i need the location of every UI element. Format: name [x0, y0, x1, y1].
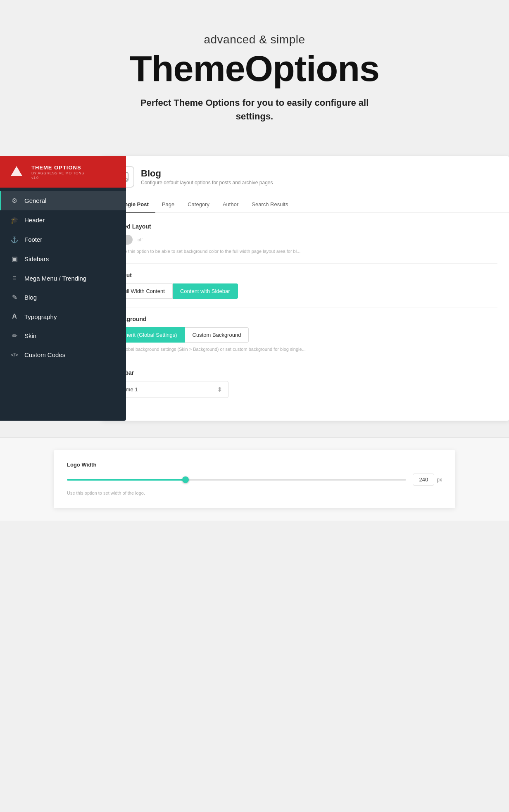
blog-body: Boxed Layout off Enable this option to b… [101, 213, 509, 421]
general-icon: ⚙ [10, 197, 19, 205]
content-with-sidebar-button[interactable]: Content with Sidebar [173, 283, 238, 299]
boxed-layout-label: Boxed Layout [113, 223, 497, 230]
sidebar-nav: ⚙ General 🎓 Header ⚓ Footer ▣ Sidebars ≡ [0, 188, 126, 367]
sidebar-item-footer[interactable]: ⚓ Footer [0, 230, 126, 249]
blog-panel-title: Blog [141, 168, 273, 179]
background-buttons: Inherit (Global Settings) Custom Backgro… [113, 327, 497, 343]
slider-fill [67, 479, 186, 481]
ui-wrapper: THEME OPTIONS BY AGGRESSIVE MOTIONS v1.0… [0, 156, 509, 579]
chevron-down-icon: ⬍ [217, 386, 222, 393]
blog-panel-description: Configure default layout options for pos… [141, 180, 273, 186]
sidebar-dropdown[interactable]: Home 1 ⬍ [113, 381, 228, 398]
hero-description: Perfect Theme Options for you to easily … [139, 96, 370, 123]
logo-icon [7, 163, 26, 181]
layout-buttons: Full Width Content Content with Sidebar [113, 283, 497, 299]
background-hint: Use global background settings (Skin > B… [113, 346, 497, 353]
boxed-layout-hint: Enable this option to be able to set bac… [113, 248, 497, 255]
sidebar-item-typography-label: Typography [24, 313, 57, 320]
tab-search-results[interactable]: Search Results [245, 196, 295, 213]
divider-2 [113, 307, 497, 307]
sidebar-item-general-label: General [24, 197, 46, 204]
custom-background-button[interactable]: Custom Background [185, 327, 249, 343]
footer-icon: ⚓ [10, 236, 19, 243]
sidebar-item-blog[interactable]: ✎ Blog [0, 288, 126, 307]
slider-thumb[interactable] [182, 476, 189, 483]
typography-icon: A [10, 313, 19, 320]
sidebar-item-mega-menu-label: Mega Menu / Trending [24, 275, 86, 282]
blog-title-block: Blog Configure default layout options fo… [141, 168, 273, 186]
sidebar-item-sidebars-label: Sidebars [24, 255, 49, 262]
sidebar-item-skin[interactable]: ✏ Skin [0, 326, 126, 345]
sidebar-panel: THEME OPTIONS BY AGGRESSIVE MOTIONS v1.0… [0, 156, 126, 421]
blog-icon: ✎ [10, 293, 19, 301]
divider-1 [113, 263, 497, 264]
sidebar-item-sidebars[interactable]: ▣ Sidebars [0, 249, 126, 269]
logo-width-label: Logo Width [67, 462, 442, 468]
tab-author[interactable]: Author [216, 196, 245, 213]
sidebar-item-header[interactable]: 🎓 Header [0, 210, 126, 230]
sidebar-item-footer-label: Footer [24, 236, 42, 243]
sidebar-item-typography[interactable]: A Typography [0, 307, 126, 326]
screenshot-composite: THEME OPTIONS BY AGGRESSIVE MOTIONS v1.0… [0, 156, 509, 437]
blog-tabs: Single Post Page Category Author Search … [101, 196, 509, 213]
tab-page[interactable]: Page [155, 196, 181, 213]
svg-marker-0 [11, 166, 22, 176]
hero-title: ThemeOptions [17, 50, 492, 88]
slider-value-box: px [413, 474, 442, 486]
slider-hint: Use this option to set width of the logo… [67, 490, 442, 497]
hero-section: advanced & simple ThemeOptions Perfect T… [0, 0, 509, 148]
sidebar-item-blog-label: Blog [24, 294, 37, 301]
header-icon: 🎓 [10, 216, 19, 224]
blog-card: Blog Configure default layout options fo… [101, 156, 509, 421]
logo-width-card: Logo Width px Use this option to set wid… [54, 450, 455, 508]
slider-value-input[interactable] [413, 474, 434, 486]
divider-3 [113, 361, 497, 361]
boxed-layout-toggle-row: off [113, 235, 497, 245]
logo-version: v1.0 [31, 176, 84, 180]
layout-label: Layout [113, 272, 497, 279]
sidebar-item-custom-codes-label: Custom Codes [24, 351, 65, 358]
blog-header: Blog Configure default layout options fo… [101, 156, 509, 196]
skin-icon: ✏ [10, 332, 19, 340]
tab-category[interactable]: Category [181, 196, 216, 213]
sidebar-item-mega-menu[interactable]: ≡ Mega Menu / Trending [0, 269, 126, 288]
sidebar-dropdown-label: Sidebar [113, 369, 497, 376]
sidebar-item-skin-label: Skin [24, 332, 36, 339]
sidebar-logo-area: THEME OPTIONS BY AGGRESSIVE MOTIONS v1.0 [0, 156, 126, 188]
custom-codes-icon: </> [10, 352, 19, 358]
logo-by-label: BY AGGRESSIVE MOTIONS [31, 171, 84, 175]
mega-menu-icon: ≡ [10, 274, 19, 282]
logo-theme-options-label: THEME OPTIONS [31, 164, 84, 171]
logo-text-block: THEME OPTIONS BY AGGRESSIVE MOTIONS v1.0 [31, 164, 84, 180]
sidebar-item-general[interactable]: ⚙ General [0, 191, 126, 210]
background-label: Background [113, 316, 497, 322]
slider-unit-label: px [437, 477, 442, 483]
hero-subtitle: advanced & simple [17, 33, 492, 46]
slider-track [67, 479, 406, 481]
sidebar-item-custom-codes[interactable]: </> Custom Codes [0, 345, 126, 364]
logo-width-slider-row: px [67, 474, 442, 486]
sidebars-icon: ▣ [10, 255, 19, 263]
sidebar-item-header-label: Header [24, 217, 45, 224]
toggle-off-text: off [138, 237, 143, 242]
